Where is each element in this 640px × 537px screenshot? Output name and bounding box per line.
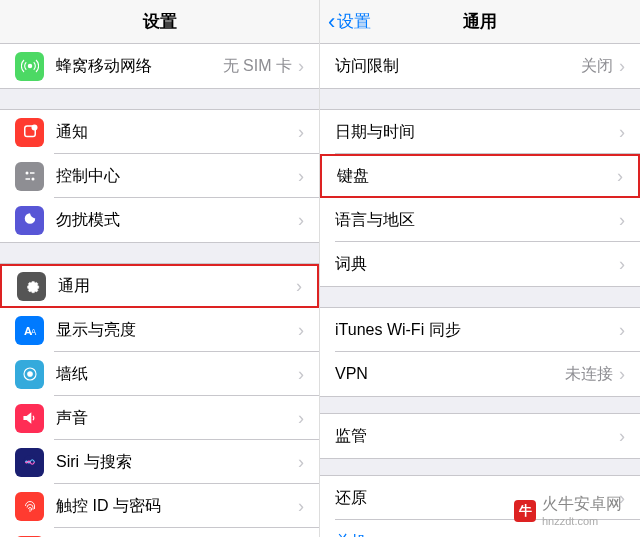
- language-region-label: 语言与地区: [335, 210, 619, 231]
- sound-icon: [15, 404, 44, 433]
- svg-rect-4: [30, 172, 35, 174]
- notif-icon: [15, 118, 44, 147]
- chevron-right-icon: ›: [619, 427, 625, 445]
- svg-point-10: [27, 372, 32, 377]
- itunes-wifi-sync-row[interactable]: iTunes Wi-Fi 同步›: [320, 308, 640, 352]
- control-center-label: 控制中心: [56, 166, 298, 187]
- svg-text:A: A: [30, 328, 36, 337]
- back-button[interactable]: ‹ 设置: [328, 10, 371, 33]
- chevron-right-icon: ›: [298, 365, 304, 383]
- restrictions-row[interactable]: 访问限制关闭›: [320, 44, 640, 88]
- wallpaper-icon: [15, 360, 44, 389]
- settings-group: 通用›AA显示与亮度›墙纸›声音›Siri 与搜索›触控 ID 与密码›SOSS…: [0, 263, 319, 537]
- settings-group: 通知›控制中心›勿扰模式›: [0, 109, 319, 243]
- settings-title: 设置: [143, 10, 177, 33]
- cellular-label: 蜂窝移动网络: [56, 56, 223, 77]
- gear-icon: [17, 272, 46, 301]
- chevron-right-icon: ›: [298, 167, 304, 185]
- watermark-url: hnzzdt.com: [542, 515, 622, 527]
- settings-group: 日期与时间›键盘›语言与地区›词典›: [320, 109, 640, 287]
- do-not-disturb-label: 勿扰模式: [56, 210, 298, 231]
- settings-group: iTunes Wi-Fi 同步›VPN未连接›: [320, 307, 640, 397]
- dnd-icon: [15, 206, 44, 235]
- chevron-right-icon: ›: [619, 57, 625, 75]
- general-label: 通用: [58, 276, 296, 297]
- svg-point-2: [31, 125, 37, 131]
- chevron-right-icon: ›: [298, 123, 304, 141]
- chevron-right-icon: ›: [298, 57, 304, 75]
- touchid-passcode-label: 触控 ID 与密码: [56, 496, 298, 517]
- settings-panel: 设置 蜂窝移动网络无 SIM 卡›通知›控制中心›勿扰模式›通用›AA显示与亮度…: [0, 0, 320, 537]
- settings-group: 监管›: [320, 413, 640, 459]
- siri-search-row[interactable]: Siri 与搜索›: [0, 440, 319, 484]
- siri-icon: [15, 448, 44, 477]
- dictionary-label: 词典: [335, 254, 619, 275]
- fingerprint-icon: [15, 492, 44, 521]
- svg-point-0: [27, 64, 32, 69]
- wallpaper-label: 墙纸: [56, 364, 298, 385]
- profiles-label: 监管: [335, 426, 619, 447]
- vpn-label: VPN: [335, 365, 565, 383]
- keyboard-label: 键盘: [337, 166, 617, 187]
- chevron-right-icon: ›: [619, 255, 625, 273]
- do-not-disturb-row[interactable]: 勿扰模式›: [0, 198, 319, 242]
- chevron-right-icon: ›: [619, 321, 625, 339]
- svg-rect-6: [25, 178, 30, 180]
- restrictions-label: 访问限制: [335, 56, 581, 77]
- date-time-row[interactable]: 日期与时间›: [320, 110, 640, 154]
- antenna-icon: [15, 52, 44, 81]
- control-center-row[interactable]: 控制中心›: [0, 154, 319, 198]
- chevron-right-icon: ›: [298, 321, 304, 339]
- chevron-right-icon: ›: [619, 365, 625, 383]
- language-region-row[interactable]: 语言与地区›: [320, 198, 640, 242]
- notifications-label: 通知: [56, 122, 298, 143]
- chevron-right-icon: ›: [619, 211, 625, 229]
- svg-point-3: [25, 172, 28, 175]
- general-title: 通用: [463, 10, 497, 33]
- general-row[interactable]: 通用›: [0, 264, 319, 308]
- vpn-value: 未连接: [565, 364, 613, 385]
- vpn-row[interactable]: VPN未连接›: [320, 352, 640, 396]
- display-brightness-label: 显示与亮度: [56, 320, 298, 341]
- notifications-row[interactable]: 通知›: [0, 110, 319, 154]
- display-brightness-row[interactable]: AA显示与亮度›: [0, 308, 319, 352]
- general-header: ‹ 设置 通用: [320, 0, 640, 44]
- cellular-value: 无 SIM 卡: [223, 56, 292, 77]
- chevron-right-icon: ›: [617, 167, 623, 185]
- siri-search-label: Siri 与搜索: [56, 452, 298, 473]
- settings-list: 蜂窝移动网络无 SIM 卡›通知›控制中心›勿扰模式›通用›AA显示与亮度›墙纸…: [0, 44, 319, 537]
- sos-row[interactable]: SOSSOS 紧急联络›: [0, 528, 319, 537]
- chevron-right-icon: ›: [619, 123, 625, 141]
- back-label: 设置: [337, 10, 371, 33]
- wallpaper-row[interactable]: 墙纸›: [0, 352, 319, 396]
- date-time-label: 日期与时间: [335, 122, 619, 143]
- itunes-wifi-sync-label: iTunes Wi-Fi 同步: [335, 320, 619, 341]
- general-panel: ‹ 设置 通用 访问限制关闭›日期与时间›键盘›语言与地区›词典›iTunes …: [320, 0, 640, 537]
- settings-header: 设置: [0, 0, 319, 44]
- touchid-passcode-row[interactable]: 触控 ID 与密码›: [0, 484, 319, 528]
- chevron-right-icon: ›: [298, 453, 304, 471]
- chevron-right-icon: ›: [298, 409, 304, 427]
- keyboard-row[interactable]: 键盘›: [320, 154, 640, 198]
- chevron-right-icon: ›: [298, 211, 304, 229]
- cellular-row[interactable]: 蜂窝移动网络无 SIM 卡›: [0, 44, 319, 88]
- sound-label: 声音: [56, 408, 298, 429]
- chevron-right-icon: ›: [298, 497, 304, 515]
- settings-group: 访问限制关闭›: [320, 44, 640, 89]
- chevron-right-icon: ›: [296, 277, 302, 295]
- watermark-text: 火牛安卓网: [542, 495, 622, 512]
- watermark: 牛 火牛安卓网 hnzzdt.com: [514, 494, 622, 527]
- sound-row[interactable]: 声音›: [0, 396, 319, 440]
- control-icon: [15, 162, 44, 191]
- shutdown-label: 关机: [335, 532, 625, 538]
- svg-point-5: [31, 178, 34, 181]
- dictionary-row[interactable]: 词典›: [320, 242, 640, 286]
- profiles-row[interactable]: 监管›: [320, 414, 640, 458]
- settings-group: 蜂窝移动网络无 SIM 卡›: [0, 44, 319, 89]
- display-icon: AA: [15, 316, 44, 345]
- watermark-logo-icon: 牛: [514, 500, 536, 522]
- restrictions-value: 关闭: [581, 56, 613, 77]
- general-list: 访问限制关闭›日期与时间›键盘›语言与地区›词典›iTunes Wi-Fi 同步…: [320, 44, 640, 537]
- chevron-left-icon: ‹: [328, 11, 335, 33]
